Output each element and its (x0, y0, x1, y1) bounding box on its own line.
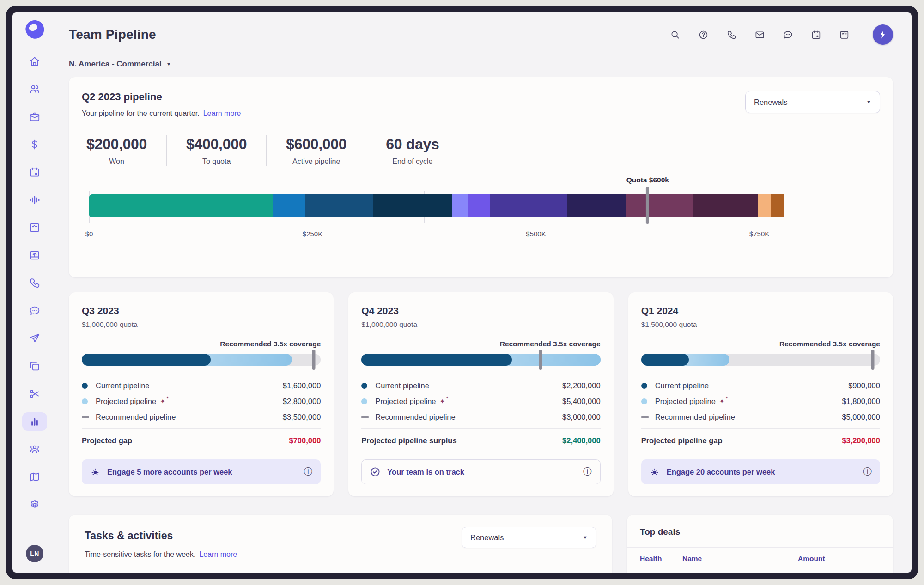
quota-marker-wrap: Quota $600k (626, 176, 669, 224)
learn-more-link[interactable]: Learn more (203, 109, 241, 117)
chevron-down-icon: ▼ (866, 100, 871, 104)
sidebar-item-checklist[interactable] (22, 218, 47, 237)
sidebar-item-copy[interactable] (22, 357, 47, 375)
user-avatar[interactable]: LN (26, 545, 43, 562)
sidebar-item-map[interactable] (22, 468, 47, 486)
lightbulb-icon (650, 467, 660, 477)
boost-button[interactable] (873, 24, 893, 45)
info-icon[interactable]: ⓘ (583, 466, 592, 478)
sparkle-icon: ✦ (160, 398, 165, 405)
mail-icon[interactable] (754, 30, 765, 40)
suggestion-banner[interactable]: Engage 5 more accounts per week ⓘ (82, 459, 321, 484)
quota-marker (646, 187, 649, 224)
bar-segment (490, 194, 567, 217)
sidebar-item-bar-chart[interactable] (22, 412, 47, 431)
sidebar-item-chat[interactable] (22, 302, 47, 320)
search-icon[interactable] (670, 30, 681, 40)
current-dot-icon (82, 383, 88, 389)
quarter-legend: Current pipeline $2,200,000 Projected pi… (361, 381, 600, 422)
chat-icon[interactable] (783, 30, 793, 40)
coverage-bar (361, 354, 600, 366)
legend-row-projected: Projected pipeline ✦ $2,800,000 (82, 397, 321, 406)
team-selector[interactable]: N. America - Commercial ▼ (69, 60, 893, 69)
recommended-dash-icon (361, 416, 369, 418)
projected-dot-icon (82, 398, 88, 404)
bolt-icon (878, 30, 888, 40)
outreach-logo[interactable] (24, 19, 45, 40)
bar-segment (452, 194, 468, 217)
summary-value: $2,400,000 (562, 436, 601, 445)
upload-tray-icon (29, 249, 41, 261)
send-icon (29, 332, 41, 344)
divider (361, 428, 600, 429)
sidebar-item-user-group[interactable] (22, 440, 47, 458)
on-track-banner[interactable]: Your team is on track ⓘ (361, 459, 600, 484)
recommended-marker (539, 350, 542, 370)
checklist-icon (29, 222, 41, 234)
bar-segment (567, 194, 626, 217)
sidebar-item-scissors[interactable] (22, 385, 47, 403)
quarter-summary: Projected gap $700,000 (82, 436, 321, 445)
pipeline-chart: Quota $600k $0$250K$500K$750K (89, 187, 875, 242)
gear-icon (29, 499, 41, 511)
chart-baseline (89, 223, 875, 223)
sidebar-item-send[interactable] (22, 329, 47, 348)
legend-row-current: Current pipeline $2,200,000 (361, 381, 600, 390)
col-health: Health (640, 555, 682, 563)
info-icon[interactable]: ⓘ (863, 466, 872, 478)
bar-segment (273, 194, 305, 217)
quarter-quota: $1,000,000 quota (82, 320, 321, 329)
tasks-card: Tasks & activities Time-sensitive tasks … (69, 515, 612, 573)
divider (82, 428, 321, 429)
table-row[interactable]: Geometric Corp $260,000 (627, 569, 893, 573)
quarter-quota: $1,000,000 quota (361, 320, 600, 329)
legend-row-projected: Projected pipeline ✦ $5,400,000 (361, 397, 600, 406)
sidebar-item-dollar[interactable] (22, 135, 47, 154)
calendar-icon[interactable] (811, 30, 821, 40)
sidebar-item-home[interactable] (22, 52, 47, 71)
sidebar-item-phone[interactable] (22, 274, 47, 292)
summary-value: $700,000 (289, 436, 321, 445)
sidebar-item-users[interactable] (22, 80, 47, 98)
sidebar-item-upload[interactable] (22, 246, 47, 265)
quarter-title: Q4 2023 (361, 305, 600, 316)
axis-tick-label: $250K (303, 230, 322, 238)
coverage-bar (82, 354, 321, 366)
bottom-row: Tasks & activities Time-sensitive tasks … (69, 515, 893, 573)
legend-row-recommended: Recommended pipeline $5,000,000 (641, 413, 880, 422)
coverage-label: Recommended 3.5x coverage (82, 340, 321, 348)
suggestion-banner[interactable]: Engage 20 accounts per week ⓘ (641, 459, 880, 484)
top-deals-card: Top deals Health Name Amount Geometric C… (627, 515, 893, 573)
current-fill (82, 354, 211, 366)
bar-segment (758, 194, 771, 217)
quota-label: Quota $600k (626, 176, 669, 184)
check-circle-icon (370, 467, 380, 477)
info-icon[interactable]: ⓘ (304, 466, 312, 478)
waveform-icon (29, 194, 41, 206)
axis-tick-label: $750K (749, 230, 769, 238)
sidebar-item-briefcase[interactable] (22, 108, 47, 126)
axis-tick-label: $500K (526, 230, 546, 238)
pipeline-card: Q2 2023 pipeline Your pipeline for the c… (69, 77, 893, 277)
chevron-down-icon: ▼ (166, 62, 171, 66)
help-icon[interactable] (698, 30, 709, 40)
top-icon-row (670, 24, 893, 45)
window-frame: LN Team Pipeline N. America - Commercial… (6, 6, 918, 579)
dollar-icon (29, 139, 41, 151)
coverage-bar (641, 354, 880, 366)
col-amount: Amount (798, 555, 880, 563)
quarter-title: Q1 2024 (641, 305, 880, 316)
sidebar-item-gear[interactable] (22, 495, 47, 514)
bar-chart-icon (29, 416, 41, 428)
tasks-icon[interactable] (839, 30, 850, 40)
pipeline-filter-select[interactable]: Renewals ▼ (745, 91, 880, 113)
sidebar-item-calendar[interactable] (22, 163, 47, 181)
recommended-dash-icon (641, 416, 649, 418)
team-selector-label: N. America - Commercial (69, 60, 162, 69)
recommended-marker (871, 350, 875, 370)
sidebar-item-waveform[interactable] (22, 191, 47, 209)
tasks-filter-select[interactable]: Renewals ▼ (462, 527, 596, 548)
phone-icon[interactable] (726, 30, 737, 40)
current-dot-icon (641, 383, 647, 389)
learn-more-link[interactable]: Learn more (199, 550, 237, 558)
